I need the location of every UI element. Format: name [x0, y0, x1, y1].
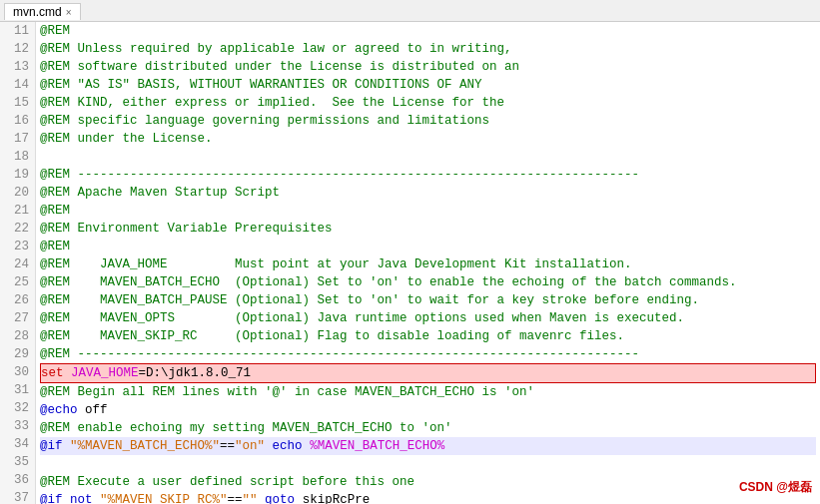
code-line: @REM software distributed under the Lice… [40, 58, 816, 76]
line-number: 23 [6, 238, 29, 255]
tab-label: mvn.cmd [13, 5, 62, 19]
code-line: @if "%MAVEN_BATCH_ECHO%"=="on" echo %MAV… [40, 437, 816, 455]
code-line: @REM MAVEN_BATCH_PAUSE (Optional) Set to… [40, 291, 816, 309]
code-line: @REM MAVEN_BATCH_ECHO (Optional) Set to … [40, 273, 816, 291]
line-number: 14 [6, 76, 29, 94]
line-number: 28 [6, 327, 29, 345]
code-line: @REM MAVEN_SKIP_RC (Optional) Flag to di… [40, 327, 816, 345]
line-number: 33 [6, 417, 29, 435]
line-number: 12 [6, 40, 29, 58]
code-line [40, 148, 816, 166]
code-line: @REM [40, 238, 816, 255]
code-line: @REM -----------------------------------… [40, 166, 816, 184]
code-line: set JAVA_HOME=D:\jdk1.8.0_71 [40, 363, 816, 383]
tab-close-icon[interactable]: × [66, 7, 72, 18]
code-line: @REM Environment Variable Prerequisites [40, 220, 816, 238]
watermark: CSDN @煜磊 [739, 479, 812, 496]
file-tab[interactable]: mvn.cmd × [4, 3, 81, 20]
code-line: @REM [40, 202, 816, 220]
line-number: 29 [6, 345, 29, 363]
code-content[interactable]: @REM@REM Unless required by applicable l… [36, 22, 820, 504]
line-number: 16 [6, 112, 29, 130]
code-line: @REM Unless required by applicable law o… [40, 40, 816, 58]
line-number: 31 [6, 381, 29, 399]
line-number: 35 [6, 453, 29, 471]
tab-bar: mvn.cmd × [0, 0, 820, 22]
code-line: @REM "AS IS" BASIS, WITHOUT WARRANTIES O… [40, 76, 816, 94]
line-number: 20 [6, 184, 29, 202]
code-line: @REM Begin all REM lines with '@' in cas… [40, 383, 816, 401]
code-line: @REM under the License. [40, 130, 816, 148]
code-line: @REM JAVA_HOME Must point at your Java D… [40, 255, 816, 273]
line-number: 15 [6, 94, 29, 112]
line-number: 17 [6, 130, 29, 148]
line-number: 34 [6, 435, 29, 453]
code-line: @REM specific language governing permiss… [40, 112, 816, 130]
line-number: 30 [6, 363, 29, 381]
code-line: @REM enable echoing my setting MAVEN_BAT… [40, 419, 816, 437]
line-number: 27 [6, 309, 29, 327]
line-number: 18 [6, 148, 29, 166]
line-number: 25 [6, 273, 29, 291]
line-number: 21 [6, 202, 29, 220]
line-number: 13 [6, 58, 29, 76]
code-line [40, 455, 816, 473]
line-number: 11 [6, 22, 29, 40]
code-line: @if not "%MAVEN_SKIP_RC%"=="" goto skipR… [40, 491, 816, 504]
code-line: @REM [40, 22, 816, 40]
code-line: @REM Execute a user defined script befor… [40, 473, 816, 491]
line-numbers: 1112131415161718192021222324252627282930… [0, 22, 36, 504]
code-line: @REM MAVEN_OPTS (Optional) Java runtime … [40, 309, 816, 327]
highlighted-set-line: set JAVA_HOME=D:\jdk1.8.0_71 [40, 363, 816, 383]
line-number: 24 [6, 255, 29, 273]
code-line: @REM Apache Maven Startup Script [40, 184, 816, 202]
line-number: 36 [6, 471, 29, 489]
code-area: 1112131415161718192021222324252627282930… [0, 22, 820, 504]
code-line: @echo off [40, 401, 816, 419]
code-line: @REM KIND, either express or implied. Se… [40, 94, 816, 112]
line-number: 19 [6, 166, 29, 184]
line-number: 37 [6, 489, 29, 504]
line-number: 26 [6, 291, 29, 309]
code-line: @REM -----------------------------------… [40, 345, 816, 363]
line-number: 22 [6, 220, 29, 238]
line-number: 32 [6, 399, 29, 417]
